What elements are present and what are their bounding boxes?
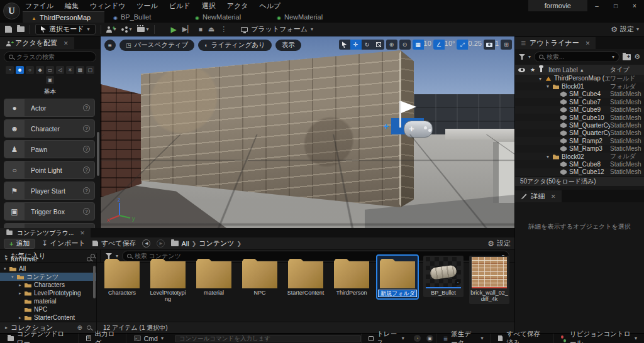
item-label-column[interactable]: Item Label	[548, 67, 578, 74]
back-icon[interactable]: ◄	[142, 239, 150, 248]
menu-item[interactable]: ツール	[136, 1, 158, 11]
folder-tree-row[interactable]: ▾ コンテンツ	[0, 273, 96, 281]
save-icon[interactable]	[5, 26, 12, 33]
asset-tile[interactable]: ThirdPerson	[331, 256, 372, 297]
project-root-row[interactable]: ▾formovie	[0, 253, 96, 264]
folder-tree-row[interactable]: ▸ StarterContent	[0, 313, 96, 322]
details-tab[interactable]: 詳細 ✕	[515, 190, 562, 202]
favorite-column-icon[interactable]: ★	[530, 67, 535, 73]
output-log-button[interactable]: 出力ログ	[79, 334, 126, 343]
expander-icon[interactable]: ▸	[19, 283, 25, 288]
select-tool-button[interactable]	[339, 40, 350, 50]
import-button[interactable]: ↧インポート	[42, 239, 85, 248]
outliner-search-input[interactable]: ▾	[534, 52, 619, 62]
placeable-actor-item[interactable]: ⚑ Player Start ?	[4, 182, 95, 200]
close-icon[interactable]: ✕	[586, 40, 591, 46]
save-all-button[interactable]: すべて保存	[92, 239, 136, 248]
stop-button[interactable]: ■	[199, 26, 203, 33]
breadcrumb-folder[interactable]: コンテンツ	[199, 239, 234, 248]
outliner-row[interactable]: SM_Cube7 StaticMesh	[515, 98, 644, 106]
move-tool-button[interactable]: ✛	[350, 40, 362, 50]
help-icon[interactable]: ?	[83, 208, 90, 215]
menu-item[interactable]: ヘルプ	[259, 1, 280, 11]
actor-category-icon[interactable]: ▭	[46, 66, 54, 74]
actor-category-icon[interactable]: ◆	[36, 66, 44, 74]
maximize-viewport-button[interactable]: ⊞	[501, 40, 512, 50]
save-status-button[interactable]: すべて保存済み	[490, 334, 553, 343]
type-column[interactable]: タイプ	[610, 65, 644, 74]
content-browser-icon[interactable]	[17, 26, 25, 32]
snapshot-icon[interactable]: ▣	[426, 335, 433, 342]
outliner-row[interactable]: SM_Cube10 StaticMesh	[515, 114, 644, 121]
camera-speed-value[interactable]: 1	[495, 40, 499, 50]
world-local-toggle[interactable]: ⊕	[386, 40, 397, 50]
outliner-row[interactable]: ▾ Block01 フォルダ	[515, 82, 644, 90]
help-icon[interactable]: ?	[83, 104, 90, 111]
grid-snap-toggle[interactable]: ▦	[413, 40, 424, 50]
cinematics-dropdown[interactable]: ▾	[137, 26, 149, 32]
show-dropdown[interactable]: 表示	[275, 40, 301, 51]
help-icon[interactable]: ?	[83, 146, 90, 153]
folder-tree-row[interactable]: ▸ LevelPrototyping	[0, 289, 96, 297]
outliner-row[interactable]: SM_Cube9 StaticMesh	[515, 106, 644, 114]
menu-item[interactable]: ビルド	[169, 1, 191, 11]
blueprints-dropdown[interactable]: ▾	[121, 26, 132, 32]
close-icon[interactable]: ✕	[64, 40, 69, 46]
play-options-button[interactable]: ⋮	[220, 25, 227, 33]
help-icon[interactable]: ?	[83, 187, 90, 194]
outliner-row[interactable]: ▾ Block02 フォルダ	[515, 153, 644, 160]
folder-tree-row[interactable]: ▸ Characters	[0, 281, 96, 289]
content-drawer-button[interactable]: コンテンツドロワー	[0, 334, 79, 343]
placeable-actor-item[interactable]: ● Trigger Sphere ?	[4, 223, 95, 228]
breadcrumb-root[interactable]: All	[181, 240, 189, 248]
gamepad-icon[interactable]	[404, 121, 433, 138]
help-icon[interactable]: ?	[83, 166, 90, 173]
outliner-row[interactable]: SM_Ramp2 StaticMesh	[515, 137, 644, 144]
search-icon[interactable]	[87, 257, 91, 261]
add-collection-icon[interactable]: ⊕	[77, 324, 82, 331]
rotate-tool-button[interactable]: ↻	[362, 40, 373, 50]
rotation-snap-toggle[interactable]: ∠	[433, 40, 445, 50]
asset-tile[interactable]: NPC	[240, 256, 280, 297]
menu-item[interactable]: アクタ	[227, 1, 248, 11]
camera-speed-button[interactable]	[484, 40, 495, 50]
menu-item[interactable]: ウィンドウ	[90, 1, 125, 11]
session-icon[interactable]: ◔	[414, 335, 421, 342]
add-actor-dropdown[interactable]: ▾	[106, 26, 116, 33]
viewport-menu-icon[interactable]: ≡	[104, 40, 116, 51]
folder-tree-row[interactable]: NPC	[0, 305, 96, 313]
menu-item[interactable]: 編集	[65, 1, 79, 11]
grid-snap-value[interactable]: 10	[424, 40, 431, 50]
menu-item[interactable]: ファイル	[25, 1, 53, 11]
outliner-row[interactable]: SM_QuarterCylinde StaticMesh	[515, 129, 644, 137]
actor-category-icon[interactable]: ☻	[16, 66, 24, 74]
editor-tab[interactable]: ThirdPersonMap	[23, 11, 104, 23]
forward-icon[interactable]: ►	[157, 239, 165, 248]
cb-settings-button[interactable]: ⚙ 設定	[487, 239, 511, 248]
eject-button[interactable]: ⏏	[208, 25, 214, 33]
scrollbar[interactable]	[93, 266, 96, 298]
surface-snapping-button[interactable]: ⊙	[399, 40, 411, 50]
view-mode-dropdown[interactable]: ◐ライティングあり	[198, 40, 271, 51]
actor-category-icon[interactable]: ✳	[66, 66, 74, 74]
rotation-snap-value[interactable]: 10°	[445, 40, 455, 50]
editor-tab[interactable]: BP_Bullet	[104, 11, 186, 23]
expander-icon[interactable]: ▾	[11, 275, 17, 280]
outliner-row[interactable]: SM_Ramp3 StaticMesh	[515, 145, 644, 153]
asset-tile[interactable]: brick_wall_02_ diff_4k	[469, 256, 509, 304]
search-icon[interactable]	[87, 325, 91, 330]
console-command-input[interactable]	[175, 335, 361, 342]
cmd-dropdown[interactable]: >_ Cmd▾	[126, 334, 171, 343]
close-icon[interactable]: ✕	[80, 230, 85, 236]
outliner-row[interactable]: SM_QuarterCylinde StaticMesh	[515, 121, 644, 129]
placeable-actor-item[interactable]: ○ Point Light ?	[4, 161, 95, 179]
outliner-row[interactable]: SM_Cube4 StaticMesh	[515, 90, 644, 98]
actor-category-icon[interactable]: ▩	[76, 66, 84, 74]
expander-icon[interactable]: ▾	[539, 76, 545, 82]
scale-snap-toggle[interactable]: ⤢	[457, 40, 468, 50]
content-browser-tab[interactable]: コンテンツブラウ... ✕	[0, 228, 91, 237]
add-button[interactable]: +追加	[4, 239, 35, 249]
asset-tile[interactable]: StarterContent	[286, 256, 326, 297]
level-viewport[interactable]: + z x y ≡ ◳パースペクティブ ◐ライティングあり 表示 ✛ ↻	[101, 36, 514, 228]
actor-category-icon[interactable]: ◁	[56, 66, 64, 74]
